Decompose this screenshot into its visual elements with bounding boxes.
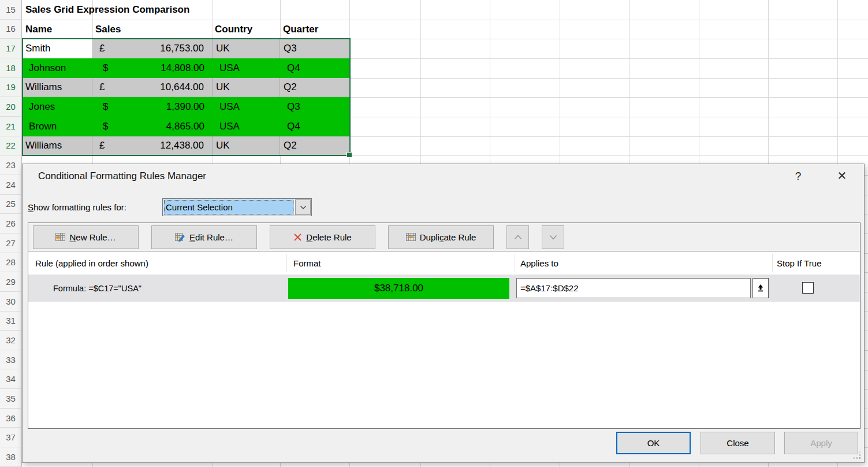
rules-panel: New Rule… Edit Rule… (28, 223, 860, 429)
row-header-20[interactable]: 20 (0, 97, 22, 117)
row-header-33[interactable]: 33 (0, 350, 22, 370)
cell-C17[interactable]: UK (213, 39, 280, 58)
delete-rule-icon (293, 233, 302, 242)
resize-grip[interactable] (853, 451, 861, 459)
row-header-24[interactable]: 24 (0, 175, 22, 195)
cell-D20[interactable]: Q3 (280, 97, 349, 117)
col-header-name[interactable]: Name (25, 20, 52, 39)
help-icon[interactable]: ? (791, 169, 806, 184)
cell-D18[interactable]: Q4 (280, 58, 349, 78)
delete-rule-button[interactable]: Delete Rule (270, 225, 375, 249)
scope-dropdown-value[interactable]: Current Selection (163, 199, 294, 215)
rule-format-preview: $38,718.00 (288, 278, 509, 299)
col-header-sales[interactable]: Sales (95, 20, 121, 39)
cell-A17[interactable]: Smith (22, 39, 92, 58)
header-format: Format (293, 251, 321, 275)
sheet-row-20: Jones$1,390.00USAQ3 (22, 97, 349, 117)
edit-rule-button[interactable]: Edit Rule… (151, 225, 257, 249)
close-icon[interactable]: ✕ (833, 168, 851, 184)
applies-to-input[interactable]: =$A$17:$D$22 (516, 278, 751, 298)
scope-dropdown[interactable]: Current Selection (162, 198, 312, 216)
col-header-country[interactable]: Country (215, 20, 252, 39)
row-header-15[interactable]: 15 (0, 0, 22, 20)
new-rule-button[interactable]: New Rule… (33, 225, 139, 249)
row-header-31[interactable]: 31 (0, 312, 22, 331)
row-header-38[interactable]: 38 (0, 447, 22, 467)
row-header-27[interactable]: 27 (0, 233, 22, 253)
range-picker-icon (757, 284, 765, 292)
col-header-quarter[interactable]: Quarter (283, 20, 318, 39)
cell-A20[interactable]: Jones (22, 97, 92, 117)
delete-rule-label: Delete Rule (306, 232, 351, 242)
ok-button[interactable]: OK (616, 432, 691, 454)
cell-B18[interactable]: $14,808.00 (92, 58, 213, 78)
move-rule-up-button[interactable] (506, 225, 529, 249)
apply-button: Apply (784, 432, 858, 454)
row-header-29[interactable]: 29 (0, 272, 22, 292)
sheet-row-17: Smith£16,753.00UKQ3 (22, 39, 349, 58)
duplicate-rule-button[interactable]: Duplicate Rule (388, 225, 494, 249)
cell-C18[interactable]: USA (213, 58, 280, 78)
cell-B19[interactable]: £10,644.00 (92, 78, 213, 98)
row-header-30[interactable]: 30 (0, 292, 22, 312)
row-header-25[interactable]: 25 (0, 195, 22, 214)
row-gutter: 1516171819202122232425262728293031323334… (0, 0, 22, 467)
cf-rules-manager-dialog: Conditional Formatting Rules Manager ? ✕… (22, 164, 865, 463)
cell-B21[interactable]: $4,865.00 (92, 117, 213, 136)
rules-list-header: Rule (applied in order shown) Format App… (28, 251, 860, 275)
row-header-16[interactable]: 16 (0, 20, 22, 39)
cell-C20[interactable]: USA (213, 97, 280, 117)
row-header-28[interactable]: 28 (0, 253, 22, 273)
cell-D22[interactable]: Q2 (280, 136, 349, 156)
cell-B20[interactable]: $1,390.00 (92, 97, 213, 117)
rule-row[interactable]: Formula: =$C17="USA" $38,718.00 =$A$17:$… (28, 275, 860, 302)
edit-rule-label: Edit Rule… (189, 232, 233, 242)
cell-A22[interactable]: Williams (22, 136, 92, 156)
header-separator (515, 254, 515, 272)
excel-app: Sales Grid Expression Comparison Name Sa… (0, 0, 868, 467)
row-header-19[interactable]: 19 (0, 78, 22, 98)
chevron-up-icon (514, 235, 522, 240)
chevron-down-icon (549, 235, 557, 240)
cell-C19[interactable]: UK (213, 78, 280, 98)
duplicate-rule-label: Duplicate Rule (420, 232, 476, 242)
cell-D21[interactable]: Q4 (280, 117, 349, 136)
sheet-row-19: Williams£10,644.00UKQ2 (22, 78, 349, 98)
cell-B17[interactable]: £16,753.00 (92, 39, 213, 58)
cell-C22[interactable]: UK (213, 136, 280, 156)
cell-A18[interactable]: Johnson (22, 58, 92, 78)
cell-D17[interactable]: Q3 (280, 39, 349, 58)
chevron-down-icon (300, 205, 307, 210)
row-header-26[interactable]: 26 (0, 214, 22, 233)
cell-B22[interactable]: £12,438.00 (92, 136, 213, 156)
row-header-36[interactable]: 36 (0, 409, 22, 428)
sheet-row-21: Brown$4,865.00USAQ4 (22, 117, 349, 136)
row-header-35[interactable]: 35 (0, 389, 22, 409)
row-header-23[interactable]: 23 (0, 155, 22, 175)
row-header-21[interactable]: 21 (0, 117, 22, 136)
scope-dropdown-button[interactable] (295, 199, 311, 215)
row-header-17[interactable]: 17 (0, 39, 22, 58)
cell-A21[interactable]: Brown (22, 117, 92, 136)
header-stop-if-true: Stop If True (777, 251, 822, 275)
row-header-34[interactable]: 34 (0, 369, 22, 389)
stop-if-true-checkbox[interactable] (802, 282, 814, 294)
sheet-title-row: Sales Grid Expression Comparison (22, 0, 189, 20)
move-rule-down-button[interactable] (542, 225, 564, 249)
gridline (22, 155, 868, 156)
header-separator (772, 254, 773, 272)
sheet-title: Sales Grid Expression Comparison (22, 4, 189, 16)
row-header-22[interactable]: 22 (0, 136, 22, 156)
rule-description: Formula: =$C17="USA" (53, 275, 141, 302)
row-header-32[interactable]: 32 (0, 331, 22, 350)
cell-A19[interactable]: Williams (22, 78, 92, 98)
collapse-dialog-button[interactable] (752, 278, 769, 298)
sheet-header-row: Name Sales Country Quarter (22, 20, 349, 39)
sheet-row-22: Williams£12,438.00UKQ2 (22, 136, 349, 156)
cell-C21[interactable]: USA (213, 117, 280, 136)
row-header-37[interactable]: 37 (0, 428, 22, 447)
new-rule-label: New Rule… (69, 232, 116, 242)
cell-D19[interactable]: Q2 (280, 78, 349, 98)
close-button[interactable]: Close (701, 432, 775, 454)
row-header-18[interactable]: 18 (0, 58, 22, 78)
